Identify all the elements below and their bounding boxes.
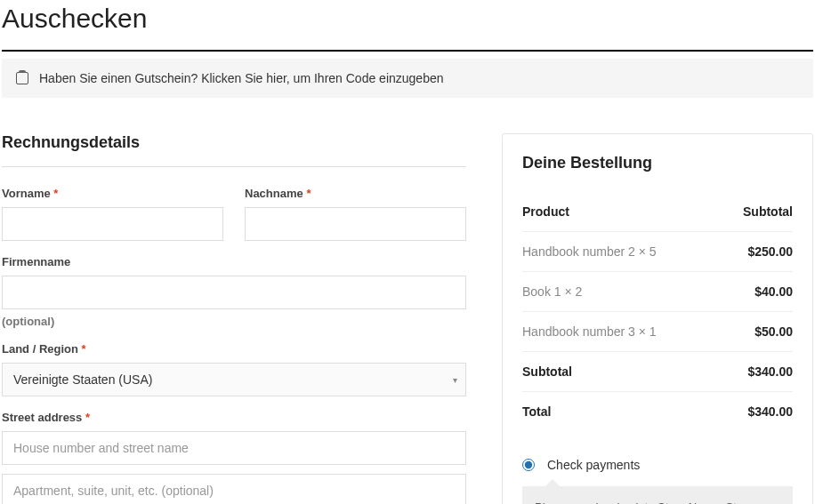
order-col-subtotal: Subtotal xyxy=(743,204,793,219)
country-select[interactable]: Vereinigte Staaten (USA) xyxy=(2,363,466,396)
order-total-value: $340.00 xyxy=(747,404,793,419)
order-item-name: Handbook number 3 × 1 xyxy=(522,324,657,339)
order-item-row: Handbook number 3 × 1 $50.00 xyxy=(522,312,793,352)
order-item-price: $50.00 xyxy=(754,324,793,339)
order-item-name: Book 1 × 2 xyxy=(522,284,582,299)
last-name-input[interactable] xyxy=(245,207,466,241)
order-total-label: Total xyxy=(522,404,551,419)
coupon-icon xyxy=(16,72,28,84)
order-item-price: $250.00 xyxy=(747,244,793,259)
order-subtotal-value: $340.00 xyxy=(747,364,793,379)
company-input[interactable] xyxy=(2,276,466,309)
coupon-question: Haben Sie einen Gutschein? xyxy=(39,71,198,85)
order-total-row: Total $340.00 xyxy=(522,392,793,431)
company-optional-note: (optional) xyxy=(2,315,466,328)
order-heading: Deine Bestellung xyxy=(522,154,793,172)
first-name-input[interactable] xyxy=(2,207,223,241)
payment-methods: Check payments Please send a check to St… xyxy=(522,452,793,504)
order-item-row: Handbook number 2 × 5 $250.00 xyxy=(522,232,793,272)
last-name-label: Nachname * xyxy=(245,187,466,200)
street-address-2-input[interactable] xyxy=(2,474,466,504)
company-label: Firmenname xyxy=(2,255,466,268)
street-address-label: Street address * xyxy=(2,411,466,424)
order-item-price: $40.00 xyxy=(754,284,793,299)
first-name-label: Vorname * xyxy=(2,187,223,200)
order-col-product: Product xyxy=(522,204,569,219)
billing-heading: Rechnungsdetails xyxy=(2,133,466,167)
payment-check-description: Please send a check to Store Name, Store… xyxy=(522,486,793,504)
order-subtotal-label: Subtotal xyxy=(522,364,572,379)
order-item-name: Handbook number 2 × 5 xyxy=(522,244,657,259)
page-title: Auschecken xyxy=(2,4,813,34)
coupon-banner: Haben Sie einen Gutschein? Klicken Sie h… xyxy=(2,59,813,98)
order-table-header: Product Subtotal xyxy=(522,192,793,232)
payment-check-label: Check payments xyxy=(547,458,640,472)
payment-check-radio[interactable] xyxy=(522,459,535,471)
coupon-text: Haben Sie einen Gutschein? Klicken Sie h… xyxy=(39,71,444,85)
payment-check-option[interactable]: Check payments xyxy=(522,452,793,477)
coupon-toggle-link[interactable]: Klicken Sie hier, um Ihren Code einzugeb… xyxy=(201,71,443,85)
title-divider xyxy=(2,50,813,52)
country-label: Land / Region * xyxy=(2,342,466,356)
order-summary: Deine Bestellung Product Subtotal Handbo… xyxy=(502,133,813,504)
billing-form: Rechnungsdetails Vorname * Nachname * Fi… xyxy=(2,133,466,504)
street-address-1-input[interactable] xyxy=(2,431,466,465)
order-subtotal-row: Subtotal $340.00 xyxy=(522,352,793,392)
order-item-row: Book 1 × 2 $40.00 xyxy=(522,272,793,312)
